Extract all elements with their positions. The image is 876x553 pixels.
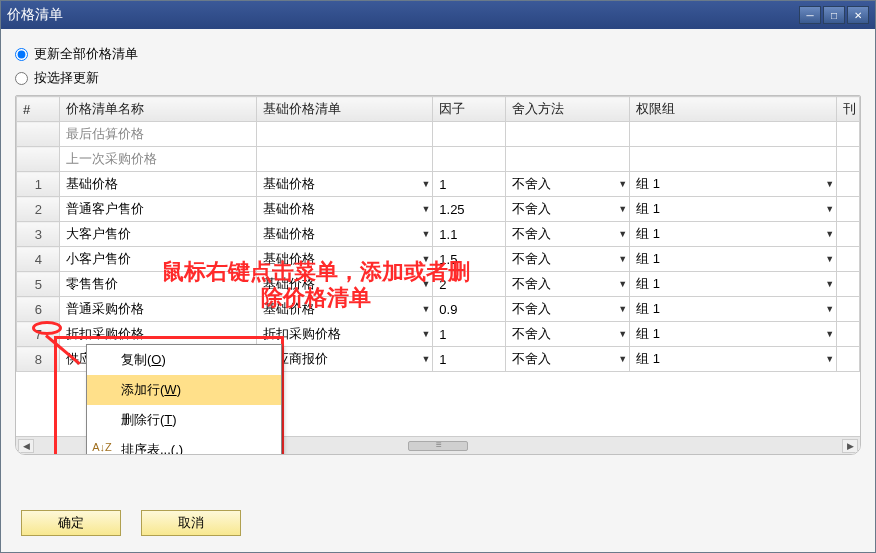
cell-base[interactable]: 基础价格▼	[257, 247, 433, 272]
menu-copy[interactable]: 复制(O)	[87, 345, 281, 375]
row-header[interactable]: 7	[17, 322, 60, 347]
col-header-base[interactable]: 基础价格清单	[257, 97, 433, 122]
cell-round[interactable]: 不舍入▼	[505, 197, 629, 222]
dialog-window: 价格清单 ─ □ ✕ 更新全部价格清单 按选择更新 # 价格清单名称 基础价格清…	[0, 0, 876, 553]
ok-button[interactable]: 确定	[21, 510, 121, 536]
context-menu: 复制(O) 添加行(W) 删除行(T) A↓Z排序表...(,) 这是什么？(W…	[86, 344, 282, 455]
table-row: 1 基础价格 基础价格▼ 1 不舍入▼ 组 1▼	[17, 172, 860, 197]
table-row: 3 大客户售价 基础价格▼ 1.1 不舍入▼ 组 1▼	[17, 222, 860, 247]
col-header-end[interactable]: 刊	[837, 97, 860, 122]
row-header[interactable]: 2	[17, 197, 60, 222]
dropdown-icon: ▼	[421, 204, 430, 214]
row-header[interactable]: 5	[17, 272, 60, 297]
cell-name[interactable]: 上一次采购价格	[60, 147, 257, 172]
cell-base[interactable]: 折扣采购价格▼	[257, 322, 433, 347]
menu-sort[interactable]: A↓Z排序表...(,)	[87, 435, 281, 455]
col-header-group[interactable]: 权限组	[630, 97, 837, 122]
cell-factor[interactable]: 2	[433, 272, 505, 297]
table-row: 4 小客户售价 基础价格▼ 1.5 不舍入▼ 组 1▼	[17, 247, 860, 272]
dropdown-icon: ▼	[825, 304, 834, 314]
menu-add-row[interactable]: 添加行(W)	[87, 375, 281, 405]
cell-group[interactable]: 组 1▼	[630, 172, 837, 197]
cell-round[interactable]: 不舍入▼	[505, 347, 629, 372]
cell-name[interactable]: 普通采购价格	[60, 297, 257, 322]
minimize-button[interactable]: ─	[799, 6, 821, 24]
cell-base[interactable]: 基础价格▼	[257, 297, 433, 322]
cell-round[interactable]: 不舍入▼	[505, 272, 629, 297]
row-header[interactable]: 3	[17, 222, 60, 247]
close-button[interactable]: ✕	[847, 6, 869, 24]
dropdown-icon: ▼	[421, 279, 430, 289]
footer-buttons: 确定 取消	[21, 510, 241, 536]
cell-name[interactable]: 普通客户售价	[60, 197, 257, 222]
cell-factor[interactable]: 1.1	[433, 222, 505, 247]
col-header-name[interactable]: 价格清单名称	[60, 97, 257, 122]
dropdown-icon: ▼	[825, 329, 834, 339]
cell-name[interactable]: 最后估算价格	[60, 122, 257, 147]
dropdown-icon: ▼	[421, 254, 430, 264]
cell-name[interactable]: 基础价格	[60, 172, 257, 197]
cell-group[interactable]: 组 1▼	[630, 297, 837, 322]
sort-icon: A↓Z	[93, 439, 111, 455]
cell-round[interactable]: 不舍入▼	[505, 247, 629, 272]
row-header[interactable]: 8	[17, 347, 60, 372]
update-all-radio[interactable]	[15, 48, 28, 61]
cell-name[interactable]: 小客户售价	[60, 247, 257, 272]
cell-group[interactable]: 组 1▼	[630, 347, 837, 372]
cell-group[interactable]: 组 1▼	[630, 322, 837, 347]
cell-group[interactable]: 组 1▼	[630, 247, 837, 272]
update-selected-radio[interactable]	[15, 72, 28, 85]
price-list-table: # 价格清单名称 基础价格清单 因子 舍入方法 权限组 刊 最后估算价格 上一次…	[16, 96, 860, 372]
col-header-num[interactable]: #	[17, 97, 60, 122]
cell-name[interactable]: 零售售价	[60, 272, 257, 297]
dropdown-icon: ▼	[421, 329, 430, 339]
cell-factor[interactable]: 1	[433, 322, 505, 347]
row-header[interactable]: 1	[17, 172, 60, 197]
cell-base[interactable]: 基础价格▼	[257, 272, 433, 297]
row-header[interactable]: 4	[17, 247, 60, 272]
dropdown-icon: ▼	[825, 279, 834, 289]
cell-round[interactable]: 不舍入▼	[505, 172, 629, 197]
col-header-factor[interactable]: 因子	[433, 97, 505, 122]
row-header[interactable]	[17, 122, 60, 147]
cell-name[interactable]: 大客户售价	[60, 222, 257, 247]
cell-base[interactable]: 基础价格▼	[257, 172, 433, 197]
menu-delete-row[interactable]: 删除行(T)	[87, 405, 281, 435]
maximize-button[interactable]: □	[823, 6, 845, 24]
window-controls: ─ □ ✕	[799, 6, 869, 24]
cell-factor[interactable]: 0.9	[433, 297, 505, 322]
col-header-round[interactable]: 舍入方法	[505, 97, 629, 122]
table-row: 2 普通客户售价 基础价格▼ 1.25 不舍入▼ 组 1▼	[17, 197, 860, 222]
cell-round[interactable]: 不舍入▼	[505, 222, 629, 247]
cell-factor[interactable]: 1.25	[433, 197, 505, 222]
title-bar: 价格清单 ─ □ ✕	[1, 1, 875, 29]
update-selected-label: 按选择更新	[34, 69, 99, 87]
cancel-button[interactable]: 取消	[141, 510, 241, 536]
cell-group[interactable]: 组 1▼	[630, 272, 837, 297]
cell-factor[interactable]: 1.5	[433, 247, 505, 272]
cell-group[interactable]: 组 1▼	[630, 222, 837, 247]
dropdown-icon: ▼	[421, 179, 430, 189]
cell-base[interactable]: 供应商报价▼	[257, 347, 433, 372]
dropdown-icon: ▼	[825, 179, 834, 189]
cell-round[interactable]: 不舍入▼	[505, 322, 629, 347]
dropdown-icon: ▼	[421, 229, 430, 239]
window-title: 价格清单	[7, 6, 799, 24]
cell-factor[interactable]: 1	[433, 172, 505, 197]
cell-factor[interactable]: 1	[433, 347, 505, 372]
scroll-right-icon[interactable]: ▶	[842, 439, 858, 453]
dropdown-icon: ▼	[618, 229, 627, 239]
scroll-thumb[interactable]	[408, 441, 468, 451]
dropdown-icon: ▼	[618, 354, 627, 364]
row-header[interactable]	[17, 147, 60, 172]
cell-name[interactable]: 折扣采购价格	[60, 322, 257, 347]
cell-group[interactable]: 组 1▼	[630, 197, 837, 222]
scroll-left-icon[interactable]: ◀	[18, 439, 34, 453]
dropdown-icon: ▼	[618, 204, 627, 214]
cell-base[interactable]: 基础价格▼	[257, 197, 433, 222]
cell-round[interactable]: 不舍入▼	[505, 297, 629, 322]
row-header[interactable]: 6	[17, 297, 60, 322]
cell-base[interactable]: 基础价格▼	[257, 222, 433, 247]
table-row: 7 折扣采购价格 折扣采购价格▼ 1 不舍入▼ 组 1▼	[17, 322, 860, 347]
price-list-grid: # 价格清单名称 基础价格清单 因子 舍入方法 权限组 刊 最后估算价格 上一次…	[15, 95, 861, 455]
